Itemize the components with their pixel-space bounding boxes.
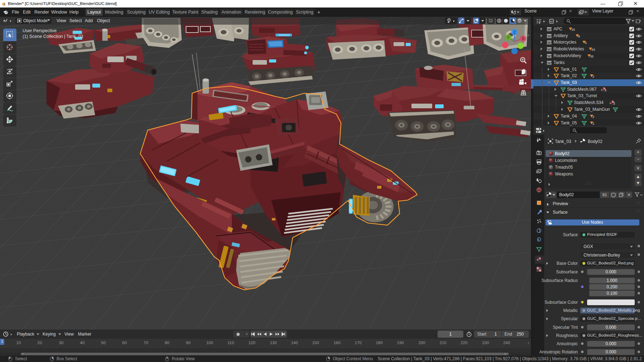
- svg-text:Y: Y: [507, 36, 509, 40]
- svg-text:X: X: [522, 37, 525, 41]
- svg-text:Z: Z: [513, 30, 516, 34]
